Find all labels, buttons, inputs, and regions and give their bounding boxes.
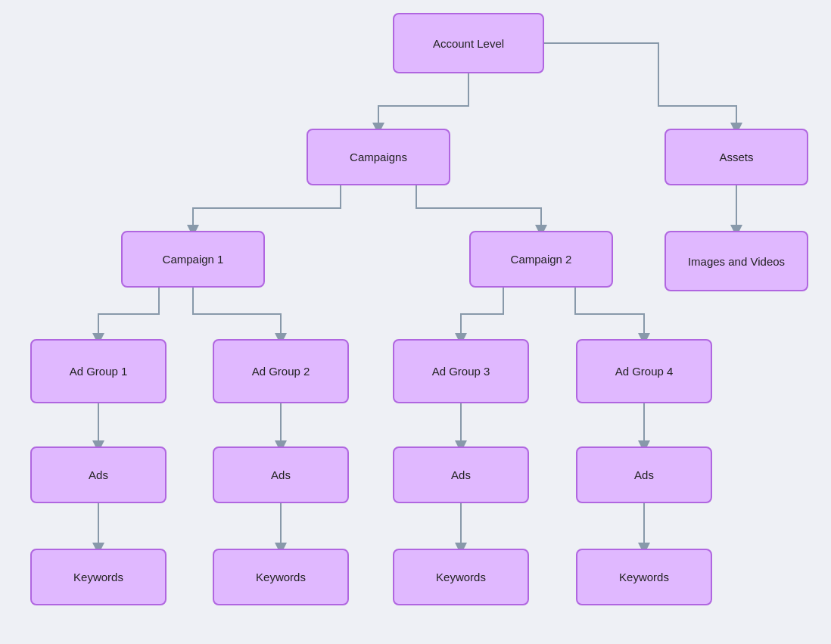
node-adgroup1[interactable]: Ad Group 1	[30, 339, 167, 403]
node-keywords4[interactable]: Keywords	[576, 549, 712, 605]
connectors	[0, 0, 831, 644]
node-ads4[interactable]: Ads	[576, 446, 712, 503]
node-ads2[interactable]: Ads	[213, 446, 349, 503]
node-adgroup4[interactable]: Ad Group 4	[576, 339, 712, 403]
node-ads3[interactable]: Ads	[393, 446, 529, 503]
node-ads1[interactable]: Ads	[30, 446, 167, 503]
node-keywords3[interactable]: Keywords	[393, 549, 529, 605]
node-campaign1[interactable]: Campaign 1	[121, 231, 265, 288]
node-keywords1[interactable]: Keywords	[30, 549, 167, 605]
node-campaigns[interactable]: Campaigns	[307, 129, 450, 185]
node-assets[interactable]: Assets	[664, 129, 808, 185]
node-account[interactable]: Account Level	[393, 13, 544, 73]
node-campaign2[interactable]: Campaign 2	[469, 231, 613, 288]
diagram: Account Level Campaigns Assets Campaign …	[0, 0, 831, 644]
node-images-videos[interactable]: Images and Videos	[664, 231, 808, 291]
node-adgroup3[interactable]: Ad Group 3	[393, 339, 529, 403]
node-keywords2[interactable]: Keywords	[213, 549, 349, 605]
node-adgroup2[interactable]: Ad Group 2	[213, 339, 349, 403]
